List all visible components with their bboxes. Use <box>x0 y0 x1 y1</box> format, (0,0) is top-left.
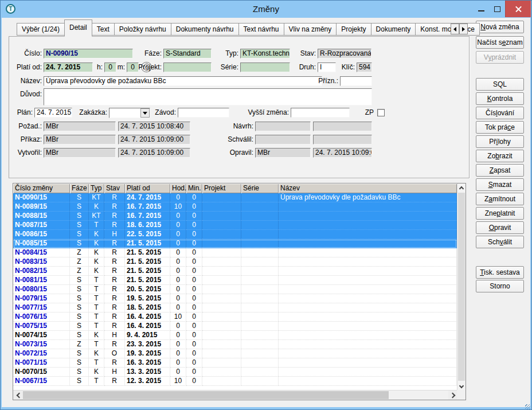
column-header-num[interactable]: Číslo změny <box>13 183 70 193</box>
tab-dokumenty-navrhu[interactable]: Dokumenty návrhu <box>171 23 239 36</box>
serie-field[interactable] <box>240 63 290 72</box>
table-row-N-0086/15[interactable]: N-0086/15SKH22. 5. 201500 <box>13 230 457 239</box>
column-header-hod[interactable]: Hod. <box>170 183 186 193</box>
prizn-field[interactable] <box>340 76 372 86</box>
tab-detail[interactable]: Detail <box>64 19 92 37</box>
horizontal-scroll-thumb[interactable] <box>23 391 389 399</box>
button-kontrola[interactable]: Kontrola <box>476 92 524 105</box>
typ-field[interactable]: KT-Konst.technol <box>240 49 290 58</box>
button-tisk-sestava[interactable]: Tisk. sestava <box>476 266 524 279</box>
button-zneplatnit[interactable]: Zneplatnit <box>476 207 524 220</box>
faze-field[interactable]: S-Standard <box>163 49 212 58</box>
column-header-serie[interactable]: Série <box>241 183 279 193</box>
vertical-scroll-thumb[interactable] <box>458 193 465 381</box>
table-row-N-0090/15[interactable]: N-0090/15SKTR24. 7. 201500Úprava převodo… <box>13 193 457 202</box>
titlebar[interactable]: T Změny <box>1 1 531 18</box>
tab-polozky-navrhu[interactable]: Položky návrhu <box>114 23 171 36</box>
minimize-button[interactable] <box>473 1 489 17</box>
table-row-N-0075/15[interactable]: N-0075/15STR16. 4. 201500 <box>13 322 457 331</box>
button-zobrazit[interactable]: Zobrazit <box>476 150 524 162</box>
cell-typ: T <box>89 276 104 285</box>
table-row-N-0083/15[interactable]: N-0083/15ZKR21. 5. 201500 <box>13 257 457 267</box>
cell-stav: H <box>104 331 125 340</box>
duvod-field[interactable] <box>44 88 372 106</box>
column-header-min[interactable]: Min. <box>186 183 202 193</box>
table-row-N-0071/15[interactable]: N-0071/15STR16. 3. 201500 <box>13 358 457 368</box>
button-schvalit[interactable]: Schválit <box>476 236 524 248</box>
table-row-N-0067/15[interactable]: N-0067/15STR12. 3. 2015100 <box>13 377 457 386</box>
button-tok-prace[interactable]: Tok práce <box>476 121 524 134</box>
button-smazat[interactable]: Smazat <box>476 178 524 191</box>
button-opravit[interactable]: Opravit <box>476 221 524 234</box>
table-row-N-0073/15[interactable]: N-0073/15ZTR23. 3. 201500 <box>13 340 457 349</box>
column-header-projekt[interactable]: Projekt <box>202 183 241 193</box>
table-row-N-0076/15[interactable]: N-0076/15STR16. 4. 2015100 <box>13 313 457 322</box>
minutes-label: m: <box>112 63 125 72</box>
cell-min: 0 <box>186 313 202 322</box>
table-row-N-0084/15[interactable]: N-0084/15ZKR21. 5. 201500 <box>13 248 457 257</box>
projekt-field[interactable] <box>163 63 212 72</box>
tab-vliv-na-zmeny[interactable]: Vliv na změny <box>284 23 337 36</box>
nazev-label: Název: <box>9 76 42 86</box>
cell-nazev <box>279 267 457 276</box>
tab-text[interactable]: Text <box>92 23 115 36</box>
vyssi-zmena-field[interactable] <box>291 108 350 118</box>
column-header-typ[interactable]: Typ <box>89 183 104 193</box>
button-nacist-seznam[interactable]: Načíst seznam <box>476 36 524 49</box>
cell-date: 21. 5. 2015 <box>125 276 170 285</box>
zavod-field[interactable] <box>178 108 229 118</box>
cislo-field[interactable]: N-0090/15 <box>44 49 133 58</box>
scroll-left-button[interactable] <box>13 391 23 400</box>
cell-typ: KT <box>89 212 104 221</box>
column-header-stav[interactable]: Stav <box>104 183 125 193</box>
resize-grip[interactable] <box>525 404 530 409</box>
button-prilohy[interactable]: Přílohy <box>476 135 524 148</box>
scroll-up-button[interactable] <box>457 183 466 192</box>
nazev-field[interactable]: Úprava převodovky dle požadavku BBc <box>44 76 322 86</box>
button-cislovani[interactable]: Číslování <box>476 107 524 119</box>
horizontal-scrollbar[interactable] <box>13 390 458 400</box>
table-row-N-0087/15[interactable]: N-0087/15STR18. 6. 201500 <box>13 221 457 230</box>
tab-projekty[interactable]: Projekty <box>336 23 371 36</box>
navrh-when-field <box>313 122 372 131</box>
plan-field[interactable]: 24. 7. 2015 <box>34 108 72 118</box>
table-row-N-0088/15[interactable]: N-0088/15SKTR16. 7. 201500 <box>13 212 457 221</box>
column-header-nazev[interactable]: Název <box>279 183 457 193</box>
zp-checkbox[interactable] <box>377 109 385 116</box>
table-row-N-0080/15[interactable]: N-0080/15STR20. 5. 201500 <box>13 285 457 294</box>
vertical-scrollbar[interactable] <box>457 183 466 391</box>
table-row-N-0072/15[interactable]: N-0072/15SKO19. 3. 201500 <box>13 349 457 358</box>
button-zamitnout[interactable]: Zamítnout <box>476 193 524 205</box>
tab-konst-modifikace[interactable]: Konst. modifikace <box>415 23 480 36</box>
tab-scroll-right-button[interactable] <box>459 24 468 34</box>
table-row-N-0082/15[interactable]: N-0082/15ZKR21. 5. 201500 <box>13 267 457 276</box>
button-storno[interactable]: Storno <box>476 280 524 292</box>
cell-num: N-0076/15 <box>13 313 70 322</box>
tab-text-navrhu[interactable]: Text návrhu <box>238 23 284 36</box>
table-row-N-0081/15[interactable]: N-0081/15STR21. 5. 201500 <box>13 276 457 285</box>
table-row-N-0089/15[interactable]: N-0089/15SKR16. 7. 2015100 <box>13 202 457 212</box>
close-button[interactable] <box>505 1 531 17</box>
tab-vyber[interactable]: Výběr (1/24) <box>17 23 65 36</box>
table-row-N-0077/15[interactable]: N-0077/15STR18. 5. 201500 <box>13 303 457 313</box>
tab-dokumenty[interactable]: Dokumenty <box>371 23 416 36</box>
cell-faze: S <box>70 221 89 230</box>
table-row-N-0070/15[interactable]: N-0070/15SKH13. 3. 201500 <box>13 368 457 377</box>
column-header-date[interactable]: Platí od <box>125 183 170 193</box>
plati-od-field[interactable]: 24. 7. 2015 <box>44 63 93 72</box>
table-row-N-0079/15[interactable]: N-0079/15STR19. 5. 201500 <box>13 294 457 303</box>
zakazka-combobox[interactable] <box>109 108 150 118</box>
cell-num: N-0082/15 <box>13 267 70 276</box>
maximize-button[interactable] <box>489 1 505 17</box>
cell-hod: 0 <box>170 285 186 294</box>
plan-label: Plán: <box>9 108 33 118</box>
table-row-N-0074/15[interactable]: N-0074/15SKH9. 4. 201500 <box>13 331 457 340</box>
table-row-N-0085/15[interactable]: N-0085/15SKR21. 5. 201500 <box>13 239 457 248</box>
cell-stav: R <box>104 358 125 368</box>
column-header-faze[interactable]: Fáze <box>70 183 89 193</box>
button-sql[interactable]: SQL <box>476 78 524 91</box>
tab-scroll-left-button[interactable] <box>451 24 459 34</box>
cell-hod: 0 <box>170 221 186 230</box>
button-nova-zmena[interactable]: Nová změna <box>476 21 524 33</box>
button-zapsat[interactable]: Zapsat <box>476 164 524 177</box>
